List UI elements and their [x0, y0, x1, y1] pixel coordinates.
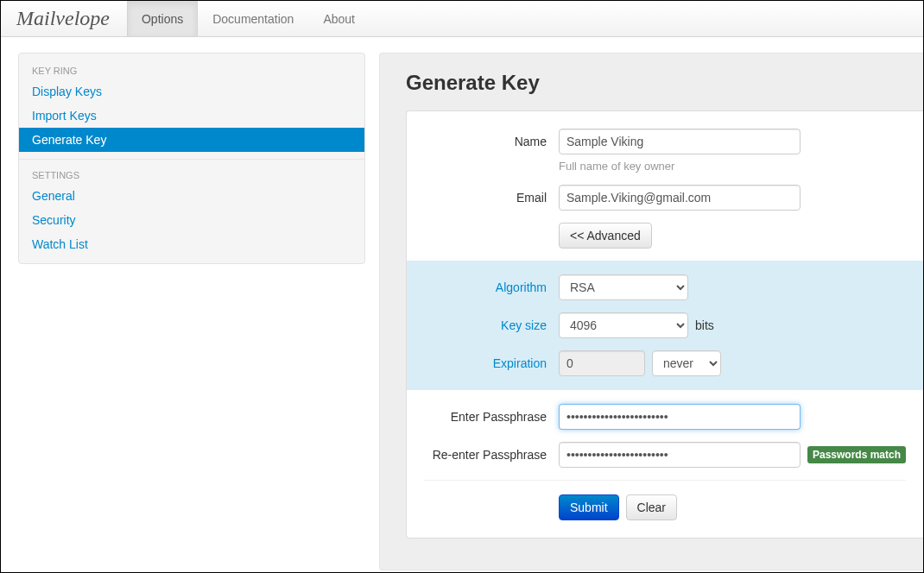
advanced-panel: Algorithm RSA Key size 4096 bits — [407, 261, 923, 390]
nav-options[interactable]: Options — [127, 1, 198, 36]
passphrase-input[interactable] — [559, 404, 801, 430]
sidebar-divider — [19, 159, 364, 160]
sidebar-header-keyring: KEY RING — [19, 60, 364, 79]
expiration-unit-select[interactable]: never — [652, 350, 721, 376]
passphrase-confirm-input[interactable] — [559, 442, 801, 468]
nav-about[interactable]: About — [308, 1, 370, 36]
email-label: Email — [407, 191, 559, 205]
expiration-label: Expiration — [407, 356, 559, 370]
submit-button[interactable]: Submit — [559, 494, 619, 520]
nav-documentation[interactable]: Documentation — [198, 1, 308, 36]
brand-logo: Mailvelope — [16, 1, 127, 36]
sidebar: KEY RING Display Keys Import Keys Genera… — [18, 53, 365, 264]
name-input[interactable] — [559, 129, 801, 154]
sidebar-item-generate-key[interactable]: Generate Key — [19, 128, 364, 152]
clear-button[interactable]: Clear — [626, 494, 677, 520]
passphrase-label: Enter Passphrase — [407, 410, 559, 424]
algorithm-label: Algorithm — [407, 280, 559, 294]
advanced-toggle-button[interactable]: << Advanced — [559, 223, 652, 249]
sidebar-item-display-keys[interactable]: Display Keys — [19, 79, 364, 104]
password-match-badge: Passwords match — [807, 446, 906, 463]
algorithm-select[interactable]: RSA — [559, 274, 688, 300]
expiration-input[interactable] — [559, 350, 645, 376]
page-title: Generate Key — [406, 71, 923, 95]
sidebar-item-general[interactable]: General — [19, 184, 364, 208]
passphrase-confirm-label: Re-enter Passphrase — [407, 448, 559, 462]
top-navbar: Mailvelope Options Documentation About — [1, 1, 923, 37]
keysize-unit: bits — [695, 318, 714, 332]
sidebar-item-watch-list[interactable]: Watch List — [19, 232, 364, 256]
email-input[interactable] — [559, 185, 801, 211]
generate-key-form: Name Full name of key owner Email << Adv… — [406, 110, 923, 538]
main-panel: Generate Key Name Full name of key owner… — [379, 53, 923, 570]
name-help: Full name of key owner — [559, 160, 923, 173]
sidebar-item-import-keys[interactable]: Import Keys — [19, 104, 364, 128]
name-label: Name — [407, 135, 559, 148]
keysize-label: Key size — [407, 318, 559, 332]
sidebar-header-settings: SETTINGS — [19, 165, 364, 184]
sidebar-item-security[interactable]: Security — [19, 208, 364, 232]
keysize-select[interactable]: 4096 — [559, 312, 688, 338]
